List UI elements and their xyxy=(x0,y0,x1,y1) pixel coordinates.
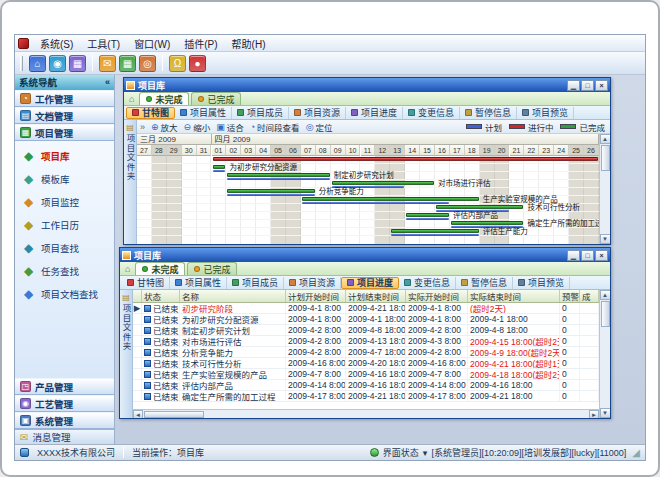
view-tab-变更信息[interactable]: 变更信息 xyxy=(403,107,460,119)
gantt-bar[interactable] xyxy=(227,189,314,193)
table-row[interactable]: 已结束确定生产所需的加工过程2009-4-17 8:002009-4-21 18… xyxy=(133,391,599,402)
folder-side-tab[interactable]: ▤ 项目文件夹 xyxy=(124,120,137,244)
sidebar-group-产品管理[interactable]: ◳产品管理 xyxy=(15,378,114,395)
mail-icon[interactable]: ✉ xyxy=(99,55,116,72)
minimize-button[interactable]: ▁ xyxy=(567,250,580,261)
view-tab-项目资源[interactable]: 项目资源 xyxy=(284,277,341,289)
calendar-icon[interactable]: ▦ xyxy=(119,55,136,72)
scroll-left-icon[interactable]: ◄ xyxy=(133,410,143,419)
table-row[interactable]: 已结束技术可行性分析2009-4-16 8:002009-4-20 18:002… xyxy=(133,358,599,369)
column-header-计划开始时间[interactable]: 计划开始时间 xyxy=(286,290,346,302)
scroll-up-icon[interactable]: ▲ xyxy=(600,134,611,144)
sidebar-group-项目管理[interactable]: ▦项目管理 xyxy=(15,124,114,141)
window-titlebar[interactable]: 项目库 ▁□× xyxy=(120,248,610,262)
gantt-tool-适合[interactable]: ▣适合 xyxy=(216,121,244,133)
view-tab-项目成员[interactable]: 项目成员 xyxy=(232,107,289,119)
web-icon[interactable]: ◉ xyxy=(49,55,66,72)
scroll-down-icon[interactable]: ▼ xyxy=(600,234,611,244)
folder-side-tab[interactable]: ▤ 项目文件夹 xyxy=(120,290,133,418)
sidebar-item-项目查找[interactable]: ◆项目查找 xyxy=(21,241,108,255)
column-header-实际开始时间[interactable]: 实际开始时间 xyxy=(406,290,468,302)
view-tab-变更信息[interactable]: 变更信息 xyxy=(399,277,456,289)
scroll-right-icon[interactable]: ► xyxy=(589,410,599,419)
exit-icon[interactable]: ● xyxy=(189,55,206,72)
view-tab-甘特图[interactable]: 甘特图 xyxy=(122,277,170,289)
table-row[interactable]: 已结束为初步研究分配资源2009-4-1 8:002009-4-1 18:002… xyxy=(133,314,599,325)
gantt-bar[interactable] xyxy=(406,213,449,217)
sidebar-item-工作日历[interactable]: ◆工作日历 xyxy=(21,218,108,232)
column-header-状态[interactable]: 状态 xyxy=(142,290,180,302)
view-tab-项目成员[interactable]: 项目成员 xyxy=(227,277,284,289)
view-tab-项目预览[interactable]: 项目预览 xyxy=(517,107,574,119)
tab-未完成[interactable]: 未完成 xyxy=(135,262,185,275)
resize-grip[interactable]: ◢ xyxy=(632,447,640,458)
table-row[interactable]: 已结束制定初步研究计划2009-4-2 8:002009-4-8 18:0020… xyxy=(133,325,599,336)
sidebar-item-项目文档查找[interactable]: ◆项目文档查找 xyxy=(21,287,108,301)
column-header-预警[interactable]: 预警 xyxy=(560,290,580,302)
tab-已完成[interactable]: 已完成 xyxy=(187,262,237,275)
maximize-button[interactable]: □ xyxy=(581,80,594,91)
overflow-chevron-icon[interactable]: » xyxy=(140,122,145,132)
sidebar-group-系统管理[interactable]: ▣系统管理 xyxy=(15,412,114,429)
window-titlebar[interactable]: 项目库 ▁□× xyxy=(124,78,610,92)
sidebar-group-文档管理[interactable]: ▤文档管理 xyxy=(15,107,114,124)
menu-item[interactable]: 窗口(W) xyxy=(127,38,177,51)
gantt-tool-缩小[interactable]: ⊖缩小 xyxy=(184,121,211,133)
menu-item[interactable]: 帮助(H) xyxy=(225,38,273,51)
minimize-button[interactable]: ▁ xyxy=(567,80,580,91)
table-horizontal-scrollbar[interactable]: ◄ ► xyxy=(133,409,599,418)
toolbar-grip[interactable] xyxy=(20,56,23,71)
close-button[interactable]: × xyxy=(595,250,608,261)
collapse-icon[interactable]: « xyxy=(105,77,110,87)
view-tab-项目预览[interactable]: 项目预览 xyxy=(513,277,570,289)
table-row[interactable]: 已结束生产实验室规模的产品2009-4-7 8:002009-4-16 18:0… xyxy=(133,369,599,380)
gantt-bar[interactable] xyxy=(213,157,598,161)
table-row[interactable]: ▶已结束初步研究阶段2009-4-1 8:002009-4-21 18:0020… xyxy=(133,303,599,314)
gantt-tool-放大[interactable]: ⊕放大 xyxy=(151,121,178,133)
gantt-bar[interactable] xyxy=(332,181,434,185)
view-tab-项目属性[interactable]: 项目属性 xyxy=(170,277,227,289)
view-tab-项目属性[interactable]: 项目属性 xyxy=(175,107,232,119)
table-row[interactable]: 已结束评估内部产品2009-4-14 8:002009-4-16 18:0020… xyxy=(133,380,599,391)
column-header-计划结束时间[interactable]: 计划结束时间 xyxy=(346,290,406,302)
view-tab-甘特图[interactable]: 甘特图 xyxy=(126,107,175,119)
gantt-bar[interactable] xyxy=(391,229,478,233)
sidebar-item-任务查找[interactable]: ◆任务查找 xyxy=(21,264,108,278)
sidebar-tab-messages[interactable]: ✉ 消息管理 xyxy=(15,429,114,444)
lock-icon[interactable]: Ω xyxy=(169,55,186,72)
ui-state-label[interactable]: 界面状态 xyxy=(383,446,419,459)
sidebar-group-工作管理[interactable]: ◔工作管理 xyxy=(15,90,114,107)
save-icon[interactable]: ▦ xyxy=(69,55,86,72)
sidebar-item-模板库[interactable]: ◆模板库 xyxy=(21,172,108,186)
sidebar-item-项目库[interactable]: ◆项目库 xyxy=(21,149,108,163)
view-tab-暂停信息[interactable]: 暂停信息 xyxy=(456,277,513,289)
tab-未完成[interactable]: 未完成 xyxy=(139,92,189,105)
scroll-thumb[interactable] xyxy=(601,145,610,171)
gantt-vertical-scrollbar[interactable]: ▲ ▼ xyxy=(599,134,610,244)
table-row[interactable]: 已结束分析竞争能力2009-4-2 8:002009-4-7 18:002009… xyxy=(133,347,599,358)
gantt-tool-定位[interactable]: ◎定位 xyxy=(306,121,333,133)
table-row[interactable]: 已结束对市场进行评估2009-4-2 8:002009-4-13 18:0020… xyxy=(133,336,599,347)
scroll-thumb[interactable] xyxy=(144,411,204,418)
gantt-bar[interactable] xyxy=(451,221,524,225)
chevron-down-icon[interactable]: ▾ xyxy=(423,448,428,458)
scroll-thumb[interactable] xyxy=(601,301,610,327)
scroll-up-icon[interactable]: ▲ xyxy=(600,290,611,300)
view-tab-项目进度[interactable]: 项目进度 xyxy=(341,277,399,289)
search-icon[interactable]: ◎ xyxy=(139,55,156,72)
column-header-名称[interactable]: 名称 xyxy=(180,290,286,302)
column-header-成[interactable]: 成 xyxy=(580,290,599,302)
maximize-button[interactable]: □ xyxy=(581,250,594,261)
menu-item[interactable]: 插件(P) xyxy=(177,38,224,51)
view-tab-项目进度[interactable]: 项目进度 xyxy=(346,107,403,119)
close-button[interactable]: × xyxy=(595,80,608,91)
sidebar-group-工艺管理[interactable]: ◉工艺管理 xyxy=(15,395,114,412)
gantt-bar[interactable] xyxy=(213,165,226,169)
gantt-tool-时间段查看[interactable]: ◔时间段查看 xyxy=(250,121,300,133)
column-header-实际结束时间[interactable]: 实际结束时间 xyxy=(468,290,560,302)
view-tab-暂停信息[interactable]: 暂停信息 xyxy=(460,107,517,119)
gantt-bar[interactable] xyxy=(302,197,479,201)
menu-item[interactable]: 工具(T) xyxy=(80,38,127,51)
gantt-bar[interactable] xyxy=(227,173,329,177)
menu-item[interactable]: 系统(S) xyxy=(33,38,80,51)
